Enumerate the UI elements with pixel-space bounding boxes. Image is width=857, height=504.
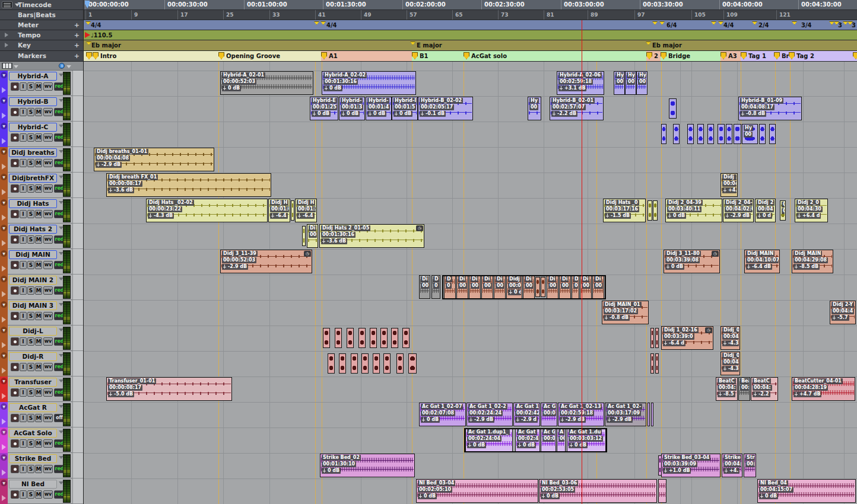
audio-clip[interactable] — [373, 353, 380, 374]
input-button[interactable]: I — [20, 210, 27, 218]
audio-clip[interactable]: Didj 1_02-1600:03:39:0-6.4 d◷ — [661, 326, 713, 350]
track-collapse-button[interactable]: ▼ — [1, 327, 7, 333]
solo-button[interactable]: S — [27, 337, 34, 346]
track-collapse-button[interactable]: ▼ — [1, 378, 7, 384]
audio-clip[interactable]: A00 — [557, 428, 566, 452]
audio-clip[interactable]: Hybrid-00:01:30 dB — [339, 97, 365, 120]
input-button[interactable]: I — [20, 133, 27, 142]
audio-clip[interactable] — [647, 403, 650, 426]
input-button[interactable]: I — [20, 108, 27, 116]
record-enable-button[interactable] — [11, 388, 19, 397]
audio-clip[interactable]: Transfuser_01-0100:00:08:17-5.0 dB — [106, 377, 232, 401]
input-button[interactable]: I — [20, 363, 27, 371]
audio-clip[interactable]: Ac Gat 1_02-1300:02:59:18-2.9 dB — [558, 403, 604, 426]
audio-clip[interactable]: Didj 3_11-3900:00:52:03-2.9 dB◷ — [220, 250, 312, 273]
audio-clip[interactable]: Di00 — [456, 275, 468, 299]
audio-clip[interactable] — [302, 226, 306, 246]
audio-clip[interactable]: Strike Bed_0200:01:30:100 dB — [320, 454, 415, 477]
ruler-bars-row[interactable]: 191725334149576573818997105109121 — [83, 10, 857, 20]
audio-clip[interactable]: Di00 — [481, 275, 493, 299]
audio-clip[interactable] — [380, 328, 388, 348]
track-play-arrow-icon[interactable] — [2, 215, 6, 221]
meter-change-icon[interactable] — [86, 42, 91, 45]
audio-clip[interactable]: Ac G00:0 — [541, 403, 557, 426]
track-play-arrow-icon[interactable] — [2, 291, 6, 297]
solo-button[interactable]: S — [27, 82, 34, 91]
track-collapse-button[interactable]: ▼ — [1, 225, 7, 231]
audio-clip[interactable] — [408, 353, 417, 374]
audio-clip[interactable]: Hy00 — [614, 71, 625, 95]
playhead-cursor[interactable] — [582, 20, 582, 504]
audio-clip[interactable]: Didj 200:040 d — [755, 199, 776, 222]
audio-clip[interactable]: Didj MAIN00:04:29:08-8.5 dB — [792, 250, 833, 273]
audio-clip[interactable]: Hy00 — [742, 124, 758, 144]
record-enable-button[interactable] — [11, 312, 19, 320]
audio-clip[interactable]: Hybrid-B_02-0200:02:05:17-0.1 dB — [418, 97, 473, 120]
meter-change-icon[interactable] — [646, 42, 651, 45]
waveform-view-button[interactable]: wv — [43, 363, 53, 371]
audio-clip[interactable]: Strike Bed_03-0400:03:39:09+1.0 dB — [661, 454, 720, 477]
record-enable-button[interactable] — [11, 184, 19, 193]
track-name-acgat-solo[interactable]: AcGat Solo — [9, 429, 57, 438]
audio-clip[interactable]: Hybrid-B_02-0100:02:57:07-2.2 dB — [550, 97, 604, 120]
track-view-caret-icon[interactable] — [14, 65, 18, 68]
audio-clip[interactable]: Hybrid-A_02-0600:02:59:18+3.1 dB — [557, 71, 604, 95]
audio-clip[interactable]: Di00 — [419, 275, 430, 299]
audio-clip[interactable]: Didj 100:04:+4. — [720, 173, 738, 197]
key-expander-icon[interactable] — [5, 43, 8, 47]
track-collapse-button[interactable]: ▼ — [1, 403, 7, 410]
meter-change-icon[interactable] — [752, 21, 757, 25]
waveform-view-button[interactable]: wv — [43, 261, 53, 269]
record-enable-button[interactable] — [11, 439, 19, 448]
meter-change-icon[interactable] — [320, 21, 326, 25]
audio-clip[interactable]: Di00 — [572, 275, 579, 299]
record-enable-button[interactable] — [11, 235, 19, 244]
audio-clip[interactable]: Didj 2_04-3900:03:40:110 dB — [665, 199, 722, 222]
audio-clip[interactable] — [651, 403, 653, 426]
audio-clip[interactable]: NI Bed_03-0600:02:53:050 dB — [539, 479, 657, 503]
tempo-expander-icon[interactable] — [5, 33, 8, 37]
record-enable-button[interactable] — [11, 414, 19, 422]
waveform-view-button[interactable]: wv — [43, 312, 53, 320]
solo-button[interactable]: S — [27, 465, 34, 473]
track-collapse-button[interactable]: ▼ — [1, 352, 7, 359]
track-name-hybrid-a[interactable]: Hybrid-A — [9, 72, 57, 81]
audio-clip[interactable]: D0 — [444, 275, 456, 299]
mute-button[interactable]: M — [35, 388, 42, 397]
input-button[interactable]: I — [20, 312, 27, 320]
audio-clip[interactable]: Hy00 — [625, 71, 636, 95]
track-play-arrow-icon[interactable] — [2, 87, 6, 93]
mute-button[interactable]: M — [35, 414, 42, 422]
audio-clip[interactable]: Didj H00:01:0-6.4 — [268, 199, 290, 222]
meter-change-icon[interactable] — [792, 21, 797, 25]
track-play-arrow-icon[interactable] — [2, 240, 6, 246]
mute-button[interactable]: M — [35, 337, 42, 346]
audio-clip[interactable] — [687, 124, 694, 144]
audio-clip[interactable] — [769, 124, 776, 144]
audio-clip[interactable] — [351, 353, 358, 374]
waveform-view-button[interactable]: wv — [43, 337, 53, 346]
track-play-arrow-icon[interactable] — [2, 368, 6, 374]
mute-button[interactable]: M — [35, 439, 42, 448]
waveform-view-button[interactable]: wv — [43, 388, 53, 397]
solo-button[interactable]: S — [27, 414, 34, 422]
ruler-tempo-row[interactable]: ♩110.5 — [83, 30, 857, 40]
input-button[interactable]: I — [20, 388, 27, 397]
meter-change-icon[interactable] — [652, 21, 658, 25]
ruler-menu-caret-icon[interactable] — [15, 4, 20, 7]
audio-clip[interactable]: Di00 — [523, 275, 535, 299]
audio-clip[interactable] — [323, 328, 330, 348]
waveform-view-button[interactable]: wv — [43, 286, 53, 295]
audio-clip[interactable] — [535, 277, 540, 297]
solo-button[interactable]: S — [27, 439, 34, 448]
track-name-hybrid-b[interactable]: Hybrid-B — [9, 97, 57, 106]
solo-button[interactable]: S — [27, 388, 34, 397]
track-name-didj-main-2[interactable]: Didj MAIN 2 — [9, 276, 57, 285]
track-collapse-button[interactable]: ▼ — [1, 123, 7, 129]
waveform-view-button[interactable]: wv — [43, 414, 53, 422]
track-name-didj-r[interactable]: Didj-R — [9, 352, 57, 361]
record-enable-button[interactable] — [11, 108, 19, 116]
audio-clip[interactable] — [658, 479, 666, 503]
record-enable-button[interactable] — [11, 337, 19, 346]
waveform-view-button[interactable]: wv — [43, 235, 53, 244]
